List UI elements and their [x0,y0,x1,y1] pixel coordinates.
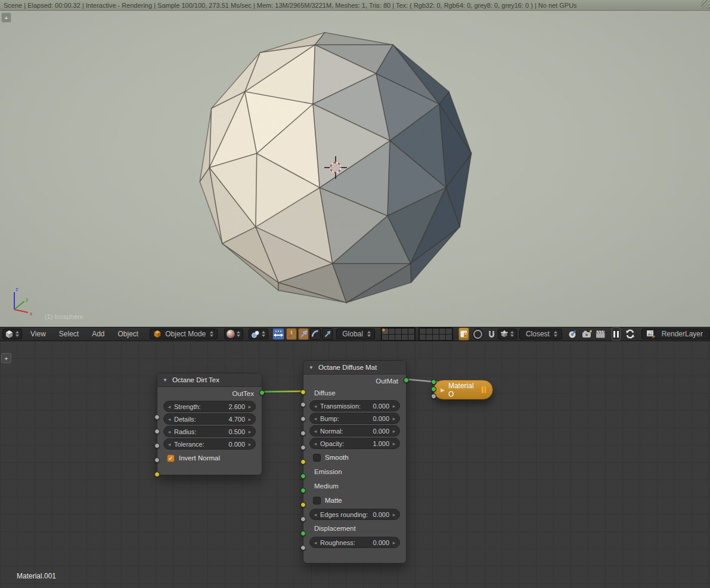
socket-bump[interactable] [300,416,306,422]
socket-emission[interactable] [300,474,306,479]
layers-grid-1[interactable] [381,327,416,341]
pivot-point-dropdown[interactable] [249,329,268,339]
matte-row[interactable]: ✓ Matte [303,493,406,507]
snap-element-dropdown[interactable] [498,329,517,339]
menu-view[interactable]: View [30,330,46,338]
mode-dropdown[interactable]: Object Mode [150,329,218,339]
clapperboard-icon [596,330,606,339]
bump-slider[interactable]: ◂ Bump: 0.000 ▸ [309,413,400,424]
lock-icon [459,329,469,339]
socket-invert-normal[interactable] [154,472,160,477]
socket-volume[interactable] [431,386,436,392]
decrement-arrow[interactable]: ◂ [167,404,172,410]
proportional-edit-button[interactable] [473,328,483,340]
matte-checkbox[interactable]: ✓ [313,497,321,505]
expand-triangle-icon[interactable]: ▶ [441,387,445,393]
socket-roughness[interactable] [300,545,306,550]
socket-opacity[interactable] [300,445,306,450]
invert-normal-row[interactable]: ✓ Invert Normal [157,451,262,465]
layers-grid-2[interactable] [418,327,453,341]
tolerance-slider[interactable]: ◂ Tolerance: 0.000 ▸ [163,438,256,450]
node-editor[interactable]: + ▼ Octane Dirt Tex OutTex ◂ Strength: 2… [0,341,710,588]
node-title: Material O [448,382,478,398]
viewport-shading-dropdown[interactable] [224,329,243,339]
smooth-checkbox[interactable]: ✓ [313,454,321,462]
editor-type-stepper[interactable] [15,331,20,337]
opacity-slider[interactable]: ◂ Opacity: 1.000 ▸ [309,438,400,449]
manipulator-toggle-button[interactable] [272,328,284,340]
editor-type-button[interactable] [2,329,22,339]
region-expand-plus[interactable]: + [1,13,11,23]
viewport-header: View Select Add Object Object Mode [0,327,710,341]
snap-mode-dropdown[interactable]: Closest [519,329,562,339]
node-title: Octane Dirt Tex [172,376,219,383]
blender-window: Scene | Elapsed: 00:00.32 | Interactive … [0,0,710,588]
socket-matte[interactable] [300,502,306,507]
refresh-button[interactable] [624,328,636,340]
strength-slider[interactable]: ◂ Strength: 2.600 ▸ [163,401,256,412]
render-anim-button[interactable] [595,328,606,340]
pause-render-button[interactable] [612,327,621,341]
node-header[interactable]: ▼ Octane Dirt Tex [157,373,262,387]
lock-button[interactable] [458,327,469,341]
orientation-dropdown[interactable]: Global [336,329,375,339]
object-mode-cube-icon [153,330,162,338]
socket-diffuse[interactable] [300,389,306,395]
diffuse-input-label: Diffuse [303,387,406,399]
socket-displacement[interactable] [300,531,306,536]
rotate-manipulator-button[interactable] [298,328,309,340]
area-resize-grip[interactable] [701,0,710,9]
mode-stepper[interactable] [209,331,214,337]
socket-normal[interactable] [300,431,306,436]
snap-cube-icon [500,330,509,338]
socket-details[interactable] [154,429,160,434]
menu-add[interactable]: Add [92,330,104,338]
collapse-triangle-icon[interactable]: ▼ [309,365,314,370]
region-expand-plus[interactable]: + [1,353,11,363]
socket-displacement-out[interactable] [431,394,436,399]
socket-surface[interactable] [431,379,436,385]
translate-manipulator-button[interactable] [286,328,297,340]
node-octane-diffuse-mat[interactable]: ▼ Octane Diffuse Mat OutMat Diffuse ◂ Tr… [303,360,407,564]
node-material-output[interactable]: ▶ Material O [433,380,493,400]
orientation-label: Global [340,330,365,338]
socket-transmission[interactable] [300,402,306,407]
invert-normal-checkbox[interactable]: ✓ [167,454,175,462]
smooth-row[interactable]: ✓ Smooth [303,450,406,465]
arc-manipulator-button[interactable] [310,328,321,340]
increment-arrow[interactable]: ▸ [247,404,252,410]
socket-smooth[interactable] [300,459,306,465]
details-slider[interactable]: ◂ Details: 4.700 ▸ [163,413,256,425]
output-outmat-label: OutMat [303,376,406,387]
wire-outtex-diffuse[interactable] [262,391,303,392]
arc-icon [311,329,320,339]
socket-outtex[interactable] [259,390,265,395]
scale-manipulator-button[interactable] [322,328,333,340]
layer-cell-active[interactable] [382,329,388,334]
socket-edges-rounding[interactable] [300,516,306,522]
socket-strength[interactable] [154,414,160,420]
socket-radius[interactable] [154,443,160,448]
node-octane-dirt-tex[interactable]: ▼ Octane Dirt Tex OutTex ◂ Strength: 2.6… [157,373,262,475]
active-object-label: (1) Icosphere [45,313,83,320]
socket-medium[interactable] [300,488,306,493]
normal-slider[interactable]: ◂ Normal: 0.000 ▸ [309,425,400,437]
render-image-button[interactable] [581,328,594,340]
edges-rounding-slider[interactable]: ◂ Edges rounding: 0.000 ▸ [309,509,400,520]
render-layer-dropdown[interactable]: RenderLayer [641,329,710,339]
camera-icon [582,329,593,339]
node-header[interactable]: ▼ Octane Diffuse Mat [303,361,406,375]
socket-outmat[interactable] [404,377,409,383]
menu-select[interactable]: Select [59,330,79,338]
roughness-slider[interactable]: ◂ Roughness: 0.000 ▸ [309,537,400,548]
move-arrows-icon [273,330,284,338]
socket-tolerance[interactable] [154,457,160,463]
menu-object[interactable]: Object [118,330,139,338]
collapse-triangle-icon[interactable]: ▼ [163,377,168,383]
radius-slider[interactable]: ◂ Radius: 0.500 ▸ [163,426,256,437]
checkmark-icon: ✓ [168,455,173,462]
snap-toggle-button[interactable] [486,328,497,340]
viewport-3d[interactable]: z y x + (1) Icosphere [0,11,710,327]
opengl-render-button[interactable] [567,328,578,340]
transmission-slider[interactable]: ◂ Transmission: 0.000 ▸ [309,400,400,411]
